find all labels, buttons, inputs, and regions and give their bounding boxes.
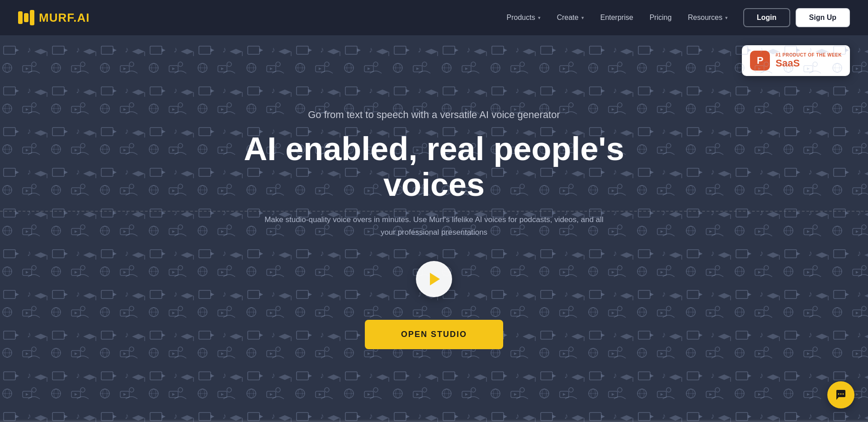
nav-pricing[interactable]: Pricing	[643, 10, 678, 25]
logo-bar-3	[30, 10, 34, 25]
signup-button[interactable]: Sign Up	[796, 8, 850, 27]
hero-content: Go from text to speech with a versatile …	[231, 108, 637, 349]
play-button-area	[240, 261, 628, 297]
ph-rank-label: #1 PRODUCT OF THE WEEK	[775, 52, 842, 57]
bottom-strip	[0, 419, 868, 422]
hero-subtitle: Go from text to speech with a versatile …	[240, 108, 628, 122]
ph-text: #1 PRODUCT OF THE WEEK SaaS	[775, 52, 842, 69]
nav-buttons: Login Sign Up	[743, 8, 850, 27]
svg-point-14	[843, 394, 844, 395]
nav-products[interactable]: Products ▾	[500, 10, 547, 25]
logo-icon	[18, 10, 34, 25]
chat-icon	[834, 388, 848, 402]
svg-point-13	[840, 394, 842, 395]
nav-pricing-label: Pricing	[650, 14, 672, 22]
nav-enterprise-label: Enterprise	[600, 14, 633, 22]
nav-create-label: Create	[557, 14, 579, 22]
hero-description: Make studio-quality voice overs in minut…	[262, 213, 606, 238]
logo-name-part2: .AI	[73, 11, 90, 24]
logo-name-part1: MURF	[39, 11, 73, 24]
logo-bar-2	[24, 13, 28, 22]
login-button[interactable]: Login	[743, 8, 790, 27]
logo-bar-1	[18, 11, 23, 24]
hero-section: ♪ P	[0, 0, 868, 422]
hero-title: AI enabled, real people's voices	[240, 131, 628, 203]
nav-products-label: Products	[507, 14, 535, 22]
play-icon	[430, 273, 440, 285]
resources-chevron-icon: ▾	[725, 15, 728, 21]
play-button[interactable]	[416, 261, 452, 297]
chat-button[interactable]	[827, 381, 854, 408]
nav-links: Products ▾ Create ▾ Enterprise Pricing R…	[500, 10, 734, 25]
product-hunt-icon: P	[750, 51, 770, 71]
nav-enterprise[interactable]: Enterprise	[594, 10, 640, 25]
nav-resources[interactable]: Resources ▾	[682, 10, 734, 25]
nav-resources-label: Resources	[688, 14, 722, 22]
create-chevron-icon: ▾	[581, 15, 584, 21]
logo[interactable]: MURF.AI	[18, 10, 90, 25]
navbar: MURF.AI Products ▾ Create ▾ Enterprise P…	[0, 0, 868, 35]
open-studio-button[interactable]: OPEN STUDIO	[365, 320, 503, 349]
svg-point-12	[838, 394, 840, 395]
logo-text: MURF.AI	[39, 11, 90, 25]
ph-category: SaaS	[775, 57, 842, 69]
nav-create[interactable]: Create ▾	[551, 10, 590, 25]
product-hunt-badge[interactable]: P #1 PRODUCT OF THE WEEK SaaS	[742, 45, 850, 76]
products-chevron-icon: ▾	[538, 15, 541, 21]
